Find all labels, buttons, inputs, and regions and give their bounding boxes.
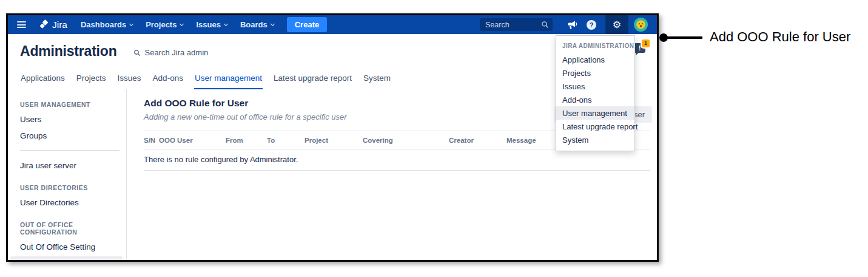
- tab-issues[interactable]: Issues: [117, 74, 142, 89]
- dropdown-header: JIRA ADMINISTRATION: [556, 39, 634, 53]
- admin-search-label: Search Jira admin: [144, 48, 208, 57]
- nav-item-boards[interactable]: Boards: [240, 20, 274, 29]
- sidebar-section-header: USER MANAGEMENT: [20, 101, 123, 108]
- jira-logo[interactable]: Jira: [39, 19, 67, 30]
- search-icon: [133, 49, 141, 56]
- dropdown-item-user-management[interactable]: User management: [556, 106, 634, 120]
- admin-settings-gear-button[interactable]: ⚙: [605, 15, 628, 34]
- sidebar-item-users[interactable]: Users: [20, 111, 123, 128]
- nav-item-label: Boards: [240, 20, 267, 29]
- nav-item-label: Dashboards: [81, 20, 126, 29]
- app-switcher-icon[interactable]: [17, 21, 26, 28]
- nav-item-label: Projects: [146, 20, 177, 29]
- nav-item-issues[interactable]: Issues: [196, 20, 227, 29]
- col-header-ooo-user: OOO User: [159, 137, 226, 144]
- col-header-to: To: [267, 137, 304, 144]
- speech-bubble-icon: ! 1: [634, 43, 645, 53]
- chevron-down-icon: [180, 21, 184, 26]
- sidebar-section-header: USER DIRECTORIES: [20, 184, 123, 191]
- create-button[interactable]: Create: [287, 17, 327, 32]
- tab-add-ons[interactable]: Add-ons: [152, 74, 184, 89]
- jira-administration-dropdown: JIRA ADMINISTRATION Applications Project…: [556, 35, 635, 151]
- tab-system[interactable]: System: [363, 74, 391, 89]
- sidebar-section-header: OUT OF OFFICE CONFIGURATION: [20, 221, 123, 236]
- col-header-sn: S/N: [144, 137, 159, 144]
- notification-icon[interactable]: ! 1: [634, 43, 645, 53]
- tab-projects[interactable]: Projects: [76, 74, 107, 89]
- navbar-right-cluster: ? ⚙: [480, 15, 657, 34]
- col-header-covering: Covering: [363, 137, 449, 144]
- dropdown-item-issues[interactable]: Issues: [556, 80, 634, 93]
- gear-icon: ⚙: [613, 20, 621, 30]
- user-avatar[interactable]: [634, 18, 648, 32]
- callout-line: [665, 36, 702, 39]
- sidebar-item-jira-user-server[interactable]: Jira user server: [20, 157, 123, 174]
- dropdown-item-latest-upgrade-report[interactable]: Latest upgrade report: [556, 120, 634, 133]
- brand-name: Jira: [52, 19, 67, 30]
- page-title: Administration: [20, 43, 116, 60]
- sidebar-item-out-of-office-setting[interactable]: Out Of Office Setting: [20, 239, 123, 255]
- megaphone-icon[interactable]: [567, 20, 577, 30]
- chevron-down-icon: [271, 21, 275, 26]
- tab-user-management[interactable]: User management: [194, 74, 263, 89]
- help-icon[interactable]: ?: [587, 20, 596, 30]
- dropdown-item-projects[interactable]: Projects: [556, 66, 634, 80]
- notification-badge: 1: [642, 39, 650, 47]
- dropdown-item-system[interactable]: System: [556, 133, 634, 146]
- sidebar-item-user-directories[interactable]: User Directories: [20, 194, 123, 211]
- dropdown-item-add-ons[interactable]: Add-ons: [556, 93, 634, 106]
- chevron-down-icon: [224, 21, 228, 26]
- col-header-project: Project: [304, 137, 363, 144]
- search-icon: [541, 21, 549, 29]
- top-navbar: Jira Dashboards Projects Issues Boards C…: [8, 15, 657, 34]
- nav-item-label: Issues: [196, 20, 220, 29]
- admin-search[interactable]: Search Jira admin: [133, 48, 208, 57]
- nav-item-dashboards[interactable]: Dashboards: [81, 20, 133, 29]
- nav-item-projects[interactable]: Projects: [146, 20, 183, 29]
- chevron-down-icon: [129, 21, 133, 26]
- sidebar-item-add-out-of-office-rule[interactable]: Add Out Of Office Rule for User: [10, 256, 123, 262]
- app-screenshot-frame: Jira Dashboards Projects Issues Boards C…: [6, 13, 659, 262]
- dropdown-item-applications[interactable]: Applications: [556, 53, 634, 66]
- sidebar-item-groups[interactable]: Groups: [20, 128, 123, 144]
- tab-latest-upgrade-report[interactable]: Latest upgrade report: [273, 74, 352, 89]
- table-empty-message: There is no rule configured by Administr…: [144, 149, 650, 171]
- tab-applications[interactable]: Applications: [20, 74, 66, 89]
- sidebar-divider: [20, 150, 119, 151]
- callout-label: Add OOO Rule for User: [710, 29, 850, 45]
- col-header-from: From: [226, 137, 267, 144]
- jira-logo-icon: [39, 19, 49, 30]
- col-header-creator: Creator: [449, 137, 506, 144]
- sidebar: USER MANAGEMENT Users Groups Jira user s…: [8, 89, 127, 260]
